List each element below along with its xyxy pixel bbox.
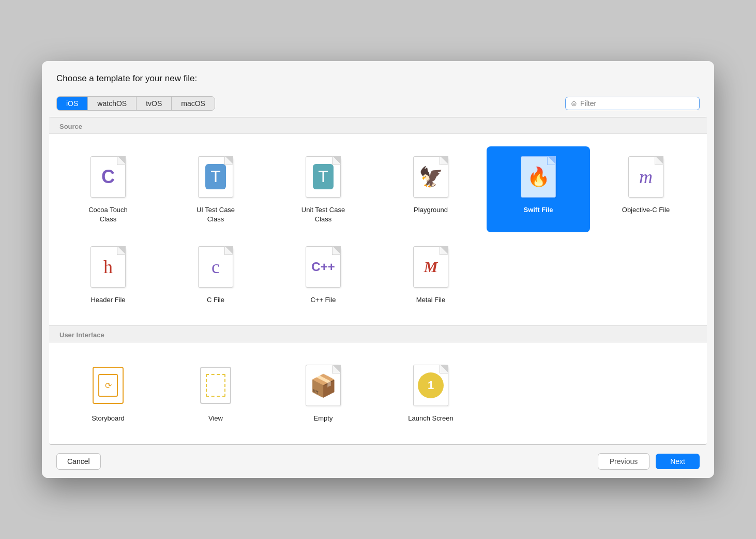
view-label: View [208, 414, 223, 423]
empty-label: Empty [314, 414, 333, 423]
file-item-ui-test-case-class[interactable]: T UI Test CaseClass [164, 146, 267, 232]
empty-cube-icon: 📦 [310, 373, 337, 398]
t-teal-icon: T [313, 164, 334, 189]
file-item-unit-test-case-class[interactable]: T Unit Test CaseClass [271, 146, 375, 232]
cocoa-touch-icon-wrap: C [87, 154, 129, 200]
objc-icon-wrap: m [625, 154, 667, 200]
m-icon: m [639, 166, 653, 188]
file-item-cocoa-touch-class[interactable]: C Cocoa TouchClass [56, 146, 160, 232]
t-blue-icon: T [205, 164, 226, 189]
view-doc [200, 367, 231, 404]
dialog-title: Choose a template for your new file: [56, 73, 197, 83]
playground-label: Playground [414, 205, 448, 215]
c-doc: c [198, 246, 233, 288]
ui-test-label: UI Test CaseClass [196, 205, 235, 224]
launch-icon-wrap: 1 [410, 362, 451, 409]
playground-bird-icon: 🦅 [419, 166, 443, 188]
storyboard-icon-wrap: ⟳ [87, 362, 129, 409]
view-icon-wrap [195, 362, 236, 409]
file-item-swift-file[interactable]: 🔥 Swift File [487, 146, 590, 232]
template-dialog: Choose a template for your new file: iOS… [42, 61, 714, 478]
dialog-footer: Cancel Previous Next [42, 445, 714, 478]
content-area: Source C Cocoa TouchClass T [49, 117, 707, 445]
file-item-c[interactable]: c C File [164, 236, 267, 313]
swift-icon-wrap: 🔥 [518, 154, 559, 200]
storyboard-label: Storyboard [92, 414, 125, 423]
tabs-bar: iOS watchOS tvOS macOS ⊜ [42, 92, 714, 117]
header-doc: h [90, 246, 126, 288]
swift-doc: 🔥 [521, 156, 556, 198]
dialog-header: Choose a template for your new file: [42, 61, 714, 92]
filter-input[interactable] [580, 99, 694, 108]
c-icon: C [101, 166, 115, 188]
cpp-doc: C++ [306, 246, 341, 288]
platform-tabs: iOS watchOS tvOS macOS [56, 96, 215, 111]
launch-doc: 1 [413, 365, 448, 406]
filter-icon: ⊜ [571, 99, 577, 108]
header-icon-wrap: h [87, 244, 129, 290]
tab-ios[interactable]: iOS [57, 97, 88, 110]
storyboard-arrow-icon: ⟳ [105, 381, 112, 391]
storyboard-inner: ⟳ [98, 374, 118, 397]
storyboard-doc: ⟳ [93, 367, 124, 404]
c-label: C File [207, 295, 224, 305]
objc-doc: m [628, 156, 663, 198]
empty-doc: 📦 [306, 365, 341, 406]
h-icon: h [103, 256, 113, 278]
previous-button[interactable]: Previous [598, 453, 649, 470]
unit-test-icon-wrap: T [303, 154, 344, 200]
empty-icon-wrap: 📦 [303, 362, 344, 409]
unit-test-doc: T [306, 156, 341, 198]
launch-screen-label: Launch Screen [408, 414, 453, 423]
source-section-header: Source [49, 117, 707, 134]
file-item-view[interactable]: View [164, 355, 267, 431]
ui-test-icon-wrap: T [195, 154, 236, 200]
cancel-button[interactable]: Cancel [56, 453, 101, 470]
playground-doc: 🦅 [413, 156, 448, 198]
next-button[interactable]: Next [656, 454, 700, 469]
view-inner [206, 374, 225, 397]
launch-circle-icon: 1 [418, 372, 444, 398]
swift-label: Swift File [523, 205, 553, 215]
swift-flame-icon: 🔥 [527, 166, 550, 188]
cpp-icon: C++ [311, 260, 335, 274]
file-item-launch-screen[interactable]: 1 Launch Screen [379, 355, 482, 431]
cpp-icon-wrap: C++ [303, 244, 344, 290]
ui-test-doc: T [198, 156, 233, 198]
source-file-grid: C Cocoa TouchClass T UI Test CaseClass [49, 134, 707, 326]
cocoa-touch-doc: C [90, 156, 126, 198]
source-section: Source C Cocoa TouchClass T [49, 117, 707, 326]
cocoa-touch-label: Cocoa TouchClass [88, 205, 128, 224]
filter-wrapper: ⊜ [565, 97, 700, 110]
ui-section-header: User Interface [49, 326, 707, 342]
file-item-empty[interactable]: 📦 Empty [271, 355, 375, 431]
metal-icon: M [424, 258, 438, 276]
playground-icon-wrap: 🦅 [410, 154, 451, 200]
unit-test-label: Unit Test CaseClass [301, 205, 345, 224]
metal-label: Metal File [416, 295, 445, 305]
tab-watchos[interactable]: watchOS [88, 97, 137, 110]
header-label: Header File [90, 295, 125, 305]
c-file-icon-wrap: c [195, 244, 236, 290]
tab-tvos[interactable]: tvOS [137, 97, 172, 110]
launch-number: 1 [428, 379, 434, 392]
file-item-cpp[interactable]: C++ C++ File [271, 236, 375, 313]
file-item-header[interactable]: h Header File [56, 236, 160, 313]
metal-doc: M [413, 246, 448, 288]
ui-file-grid: ⟳ Storyboard View [49, 342, 707, 444]
file-item-playground[interactable]: 🦅 Playground [379, 146, 482, 232]
file-item-objective-c[interactable]: m Objective-C File [594, 146, 698, 232]
file-item-storyboard[interactable]: ⟳ Storyboard [56, 355, 160, 431]
file-item-metal[interactable]: M Metal File [379, 236, 482, 313]
user-interface-section: User Interface ⟳ Storyboard [49, 326, 707, 444]
cpp-label: C++ File [310, 295, 336, 305]
metal-icon-wrap: M [410, 244, 451, 290]
tab-macos[interactable]: macOS [172, 97, 215, 110]
objc-label: Objective-C File [622, 205, 670, 215]
c-lower-icon: c [211, 256, 220, 278]
